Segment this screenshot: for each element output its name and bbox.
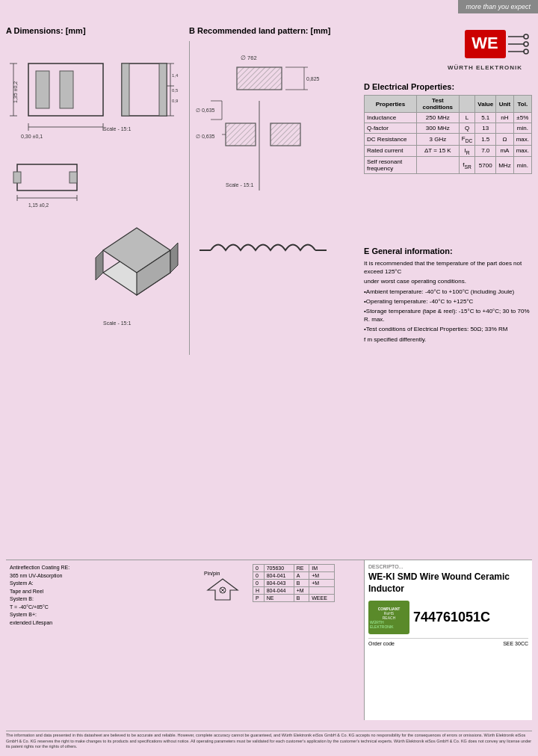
table-row: 0 804-043 B +M bbox=[253, 580, 335, 587]
prop-qfactor: Q-factor bbox=[365, 123, 417, 134]
cell bbox=[309, 587, 335, 595]
section-a-drawings: 0,30 ±0,1 1,35 ±0,2 1,4 0,9 0,5 Scale - … bbox=[6, 41, 182, 355]
bottom-section: Pin/pin Antireflection Coating RE: 365 n… bbox=[6, 560, 532, 720]
unit-inductance: nH bbox=[496, 113, 513, 123]
tol-inductance: ±5% bbox=[513, 113, 531, 123]
cell: +M bbox=[309, 580, 335, 587]
general-info-line-3: •Ambient temperature: -40°C to +100°C (i… bbox=[364, 288, 532, 296]
electrical-properties-table: Properties Test conditions Value Unit To… bbox=[364, 95, 532, 174]
cell: +M bbox=[294, 587, 309, 595]
compliance-logo: COMPLIANT RoHS REACH WÜRTH ELEKTRONIK bbox=[368, 601, 409, 634]
cell: WEEE bbox=[309, 595, 335, 602]
svg-text:Scale - 15:1: Scale - 15:1 bbox=[226, 182, 253, 188]
cell: 0 bbox=[253, 572, 265, 580]
prop-inductance: Inductance bbox=[365, 113, 417, 123]
table-row: Rated current ΔT = 15 K IR 7.0 mA max. bbox=[365, 145, 532, 157]
arrow-svg: Pin/pin bbox=[200, 564, 245, 601]
cell: 804-044 bbox=[264, 587, 294, 595]
test-inductance: 250 MHz bbox=[416, 113, 459, 123]
svg-text:∅ 0,635: ∅ 0,635 bbox=[196, 134, 215, 139]
test-srf bbox=[416, 157, 459, 174]
general-info-line-1: It is recommended that the temperature o… bbox=[364, 259, 532, 276]
note-system-b: System B: bbox=[10, 595, 197, 604]
note-system-bplus: System B+: bbox=[10, 611, 197, 619]
cell: 705630 bbox=[264, 565, 294, 572]
part-descriptor-label: DESCRIPTO... bbox=[368, 564, 528, 569]
svg-rect-56 bbox=[226, 123, 256, 146]
cell: 804-041 bbox=[264, 572, 294, 580]
svg-text:0,9: 0,9 bbox=[172, 99, 179, 103]
tol-dcres: max. bbox=[513, 134, 531, 146]
note-antireflection: Antireflection Coating RE: bbox=[10, 564, 197, 572]
sym-inductance: L bbox=[459, 113, 475, 123]
val-srf: 5700 bbox=[475, 157, 496, 174]
table-row: Q-factor 300 MHz Q 13 min. bbox=[365, 123, 532, 134]
test-dcres: 3 GHz bbox=[416, 134, 459, 146]
col-sym bbox=[459, 96, 475, 113]
svg-text:WÜRTH ELEKTRONIK: WÜRTH ELEKTRONIK bbox=[448, 64, 522, 71]
svg-rect-33 bbox=[69, 172, 77, 183]
order-code-label: Order code bbox=[368, 641, 395, 646]
section-b-drawing: ∅ 762 0,825 ∅ 0,635 bbox=[189, 41, 338, 355]
cell: +M bbox=[309, 572, 335, 580]
general-info-line-6: •Test conditions of Electrical Propertie… bbox=[364, 325, 532, 333]
note-tape-reel: Tape and Reel bbox=[10, 588, 197, 596]
unit-srf: MHz bbox=[496, 157, 513, 174]
table-row: 0 705630 RE IM bbox=[253, 565, 335, 572]
col-value: Value bbox=[475, 96, 496, 113]
land-pattern-svg: ∅ 762 0,825 ∅ 0,635 bbox=[196, 41, 334, 340]
svg-marker-41 bbox=[96, 250, 103, 280]
sym-qfactor: Q bbox=[459, 123, 475, 134]
prop-rated: Rated current bbox=[365, 145, 417, 157]
cell: RE bbox=[294, 565, 309, 572]
svg-text:1,35 ±0,2: 1,35 ±0,2 bbox=[13, 81, 18, 103]
tol-srf: min. bbox=[513, 157, 531, 174]
col-unit: Unit bbox=[496, 96, 513, 113]
order-code-row: Order code SEE 30CC bbox=[368, 638, 528, 646]
unit-dcres: Ω bbox=[496, 134, 513, 146]
general-info-line-2: under worst case operating conditions. bbox=[364, 277, 532, 285]
svg-text:∅ 762: ∅ 762 bbox=[241, 55, 257, 61]
table-row: P NE B WEEE bbox=[253, 595, 335, 602]
svg-text:1,15 ±0,2: 1,15 ±0,2 bbox=[28, 202, 49, 208]
val-inductance: 5.1 bbox=[475, 113, 496, 123]
cell: 0 bbox=[253, 580, 265, 587]
svg-text:Pin/pin: Pin/pin bbox=[204, 571, 220, 577]
part-series-title: WE-KI SMD Wire Wound Ceramic Inductor bbox=[368, 571, 528, 595]
svg-text:1,4: 1,4 bbox=[172, 73, 179, 78]
val-qfactor: 13 bbox=[475, 123, 496, 134]
cell: A bbox=[294, 572, 309, 580]
section-d-title: D Electrical Properties: bbox=[364, 82, 532, 91]
svg-text:0,30 ±0,1: 0,30 ±0,1 bbox=[21, 134, 43, 139]
general-info-line-7: f m specified differently. bbox=[364, 335, 532, 344]
cell: NE bbox=[264, 595, 294, 602]
svg-text:0,5: 0,5 bbox=[172, 88, 179, 93]
bottom-data-table: 0 705630 RE IM 0 804-041 A +M 0 804-043 … bbox=[253, 564, 335, 602]
note-temp: T = -40°C/+85°C bbox=[10, 604, 197, 612]
cell: H bbox=[253, 587, 265, 595]
table-row: 0 804-041 A +M bbox=[253, 572, 335, 580]
dimension-drawing-svg: 0,30 ±0,1 1,35 ±0,2 1,4 0,9 0,5 Scale - … bbox=[6, 41, 182, 355]
section-d: D Electrical Properties: Properties Test… bbox=[364, 82, 532, 174]
part-number-row: COMPLIANT RoHS REACH WÜRTH ELEKTRONIK 74… bbox=[368, 601, 528, 634]
svg-rect-57 bbox=[270, 123, 300, 146]
col-properties: Properties bbox=[365, 96, 417, 113]
svg-rect-22 bbox=[159, 63, 167, 116]
tol-rated: max. bbox=[513, 145, 531, 157]
cell: P bbox=[253, 595, 265, 602]
unit-qfactor bbox=[496, 123, 513, 134]
bottom-notes: Antireflection Coating RE: 365 nm UV-Abs… bbox=[10, 564, 197, 627]
section-b-title: B Recommended land pattern: [mm] bbox=[189, 26, 330, 35]
test-qfactor: 300 MHz bbox=[416, 123, 459, 134]
svg-text:Scale - 15:1: Scale - 15:1 bbox=[103, 320, 131, 326]
orientation-indicator: Pin/pin bbox=[200, 564, 245, 601]
tol-qfactor: min. bbox=[513, 123, 531, 134]
col-test-cond: Test conditions bbox=[416, 96, 459, 113]
section-e: E General information: It is recommended… bbox=[364, 247, 532, 345]
svg-text:0,825: 0,825 bbox=[306, 76, 320, 81]
cell: B bbox=[294, 580, 309, 587]
svg-marker-64 bbox=[208, 579, 238, 600]
part-info-box: DESCRIPTO... WE-KI SMD Wire Wound Cerami… bbox=[364, 560, 532, 720]
test-rated: ΔT = 15 K bbox=[416, 145, 459, 157]
sym-dcres: FDC bbox=[459, 134, 475, 146]
